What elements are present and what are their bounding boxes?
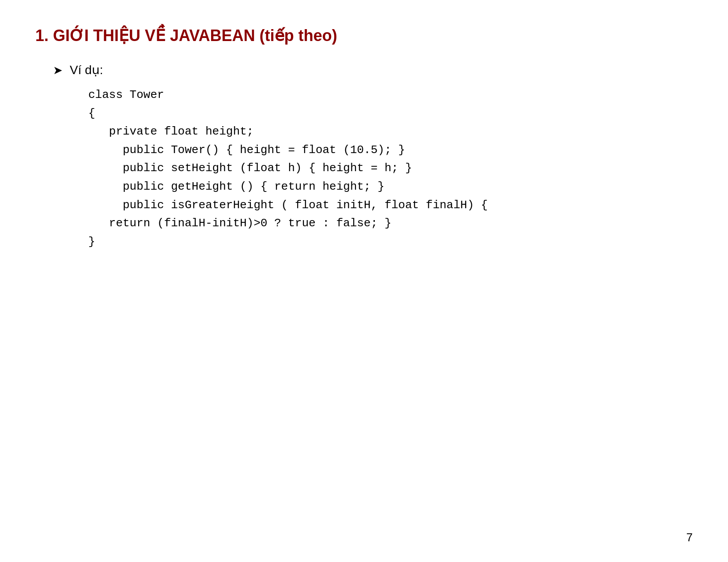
page-number: 7 bbox=[687, 531, 693, 544]
bullet-label: Ví dụ: bbox=[70, 63, 103, 77]
slide-container: 1. GIỚI THIỆU VỀ JAVABEAN (tiếp theo) ➤ … bbox=[0, 0, 728, 562]
bullet-arrow-icon: ➤ bbox=[53, 64, 63, 77]
code-block: class Tower { private float height; publ… bbox=[88, 86, 693, 251]
bullet-item: ➤ Ví dụ: bbox=[35, 63, 693, 77]
slide-title: 1. GIỚI THIỆU VỀ JAVABEAN (tiếp theo) bbox=[35, 26, 693, 45]
